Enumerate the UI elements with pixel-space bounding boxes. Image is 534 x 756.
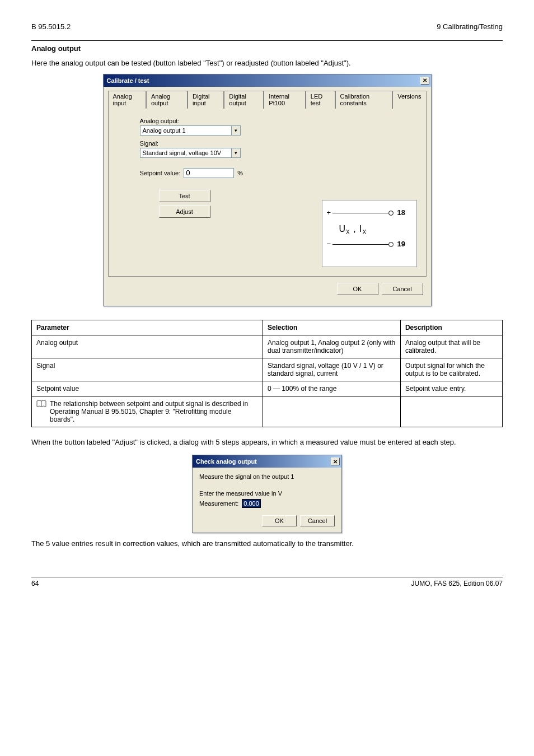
doc-section: 9 Calibrating/Testing [437, 22, 503, 31]
dlg2-message: Measure the signal on the output 1 [199, 473, 335, 480]
setpoint-label: Setpoint value: [140, 170, 181, 176]
table-row: Analog output Analog output 1, Analog ou… [32, 335, 503, 358]
doc-code: B 95.5015.2 [31, 22, 71, 31]
terminal-diagram: + 18 UX , IX − 19 [322, 200, 417, 267]
signal-label: Signal: [140, 140, 282, 147]
closing-text: The 5 value entries result in correction… [31, 539, 503, 549]
intro-text: Here the analog output can be tested (bu… [31, 58, 503, 68]
book-icon [36, 400, 46, 409]
dlg2-prompt: Enter the measured value in V [199, 490, 335, 497]
adjust-intro: When the button labeled "Adjust" is clic… [31, 437, 503, 447]
th-description: Description [400, 320, 502, 335]
test-button[interactable]: Test [159, 190, 210, 202]
cancel-button[interactable]: Cancel [300, 515, 335, 526]
tab-calib-constants[interactable]: Calibration constants [335, 91, 393, 109]
analog-output-select[interactable]: Analog output 1 ▾ [140, 125, 241, 136]
signal-value: Standard signal, voltage 10V [143, 150, 222, 156]
tab-digital-input[interactable]: Digital input [188, 91, 224, 109]
parameter-table: Parameter Selection Description Analog o… [31, 320, 503, 427]
th-selection: Selection [263, 320, 401, 335]
calibrate-test-dialog: Calibrate / test ✕ Analog input Analog o… [103, 74, 432, 306]
table-row: The relationship between setpoint and ou… [32, 396, 503, 427]
chevron-down-icon: ▾ [231, 148, 240, 157]
footer-company: JUMO, FAS 625, Edition 06.07 [411, 580, 503, 587]
percent-unit: % [237, 170, 243, 176]
footer-page: 64 [31, 580, 39, 587]
table-row: Setpoint value 0 — 100% of the range Set… [32, 381, 503, 396]
tab-versions[interactable]: Versions [392, 91, 426, 109]
close-icon[interactable]: ✕ [420, 77, 429, 85]
adjust-button[interactable]: Adjust [159, 206, 210, 218]
check-analog-output-dialog: Check analog output ✕ Measure the signal… [192, 455, 342, 533]
th-parameter: Parameter [32, 320, 263, 335]
tab-analog-input[interactable]: Analog input [108, 91, 146, 109]
tab-led-test[interactable]: LED test [306, 91, 335, 109]
section-title: Analog output [31, 44, 503, 53]
tab-internal-pt100[interactable]: Internal Pt100 [264, 91, 305, 109]
dlg1-title: Calibrate / test [107, 77, 149, 84]
tab-digital-output[interactable]: Digital output [224, 91, 264, 109]
dlg2-title: Check analog output [196, 458, 257, 465]
table-row: Signal Standard signal, voltage (10 V / … [32, 358, 503, 381]
analog-output-value: Analog output 1 [143, 127, 186, 134]
signal-select[interactable]: Standard signal, voltage 10V ▾ [140, 148, 241, 158]
ok-button[interactable]: OK [262, 515, 297, 526]
cancel-button[interactable]: Cancel [382, 283, 423, 295]
setpoint-input[interactable] [184, 168, 234, 178]
measurement-input[interactable]: 0.000 [242, 499, 261, 508]
chevron-down-icon: ▾ [231, 126, 240, 135]
close-icon[interactable]: ✕ [331, 458, 340, 465]
analog-output-label: Analog output: [140, 118, 282, 124]
measurement-label: Measurement: [199, 500, 238, 507]
ok-button[interactable]: OK [337, 283, 378, 295]
tab-analog-output[interactable]: Analog output [146, 91, 188, 109]
